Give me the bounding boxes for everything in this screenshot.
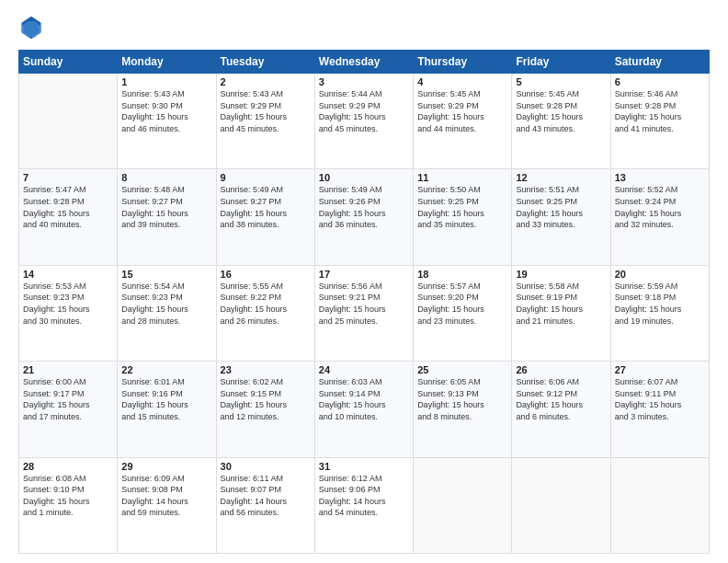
day-number: 23 bbox=[221, 364, 311, 375]
calendar-cell: 17Sunrise: 5:56 AM Sunset: 9:21 PM Dayli… bbox=[314, 265, 413, 361]
day-number: 1 bbox=[121, 76, 211, 87]
calendar-cell bbox=[610, 457, 709, 553]
weekday-header-wednesday: Wednesday bbox=[314, 51, 413, 74]
day-number: 12 bbox=[516, 172, 606, 183]
calendar-week-row: 7Sunrise: 5:47 AM Sunset: 9:28 PM Daylig… bbox=[19, 169, 710, 265]
weekday-header-tuesday: Tuesday bbox=[216, 51, 314, 74]
day-number: 7 bbox=[23, 172, 113, 183]
cell-info: Sunrise: 5:43 AM Sunset: 9:29 PM Dayligh… bbox=[221, 88, 311, 134]
calendar-cell: 26Sunrise: 6:06 AM Sunset: 9:12 PM Dayli… bbox=[512, 362, 610, 457]
day-number: 24 bbox=[319, 364, 409, 375]
calendar-table: SundayMondayTuesdayWednesdayThursdayFrid… bbox=[18, 50, 710, 554]
calendar-cell: 22Sunrise: 6:01 AM Sunset: 9:16 PM Dayli… bbox=[118, 362, 216, 457]
cell-info: Sunrise: 5:48 AM Sunset: 9:27 PM Dayligh… bbox=[121, 184, 211, 230]
cell-info: Sunrise: 5:53 AM Sunset: 9:23 PM Dayligh… bbox=[23, 281, 113, 327]
calendar-cell: 28Sunrise: 6:08 AM Sunset: 9:10 PM Dayli… bbox=[19, 457, 118, 553]
cell-info: Sunrise: 5:45 AM Sunset: 9:29 PM Dayligh… bbox=[417, 88, 507, 134]
day-number: 8 bbox=[121, 172, 211, 183]
calendar-cell: 7Sunrise: 5:47 AM Sunset: 9:28 PM Daylig… bbox=[19, 169, 118, 265]
calendar-cell: 31Sunrise: 6:12 AM Sunset: 9:06 PM Dayli… bbox=[314, 457, 413, 553]
calendar-cell: 19Sunrise: 5:58 AM Sunset: 9:19 PM Dayli… bbox=[512, 265, 610, 361]
calendar-cell: 27Sunrise: 6:07 AM Sunset: 9:11 PM Dayli… bbox=[610, 362, 709, 457]
calendar-cell: 20Sunrise: 5:59 AM Sunset: 9:18 PM Dayli… bbox=[610, 265, 709, 361]
calendar-cell: 16Sunrise: 5:55 AM Sunset: 9:22 PM Dayli… bbox=[216, 265, 314, 361]
calendar-cell: 3Sunrise: 5:44 AM Sunset: 9:29 PM Daylig… bbox=[314, 74, 413, 169]
cell-info: Sunrise: 6:02 AM Sunset: 9:15 PM Dayligh… bbox=[221, 376, 311, 422]
cell-info: Sunrise: 5:57 AM Sunset: 9:20 PM Dayligh… bbox=[417, 281, 507, 327]
calendar-week-row: 21Sunrise: 6:00 AM Sunset: 9:17 PM Dayli… bbox=[19, 362, 710, 457]
cell-info: Sunrise: 5:59 AM Sunset: 9:18 PM Dayligh… bbox=[615, 281, 705, 327]
day-number: 31 bbox=[319, 461, 409, 472]
cell-info: Sunrise: 6:12 AM Sunset: 9:06 PM Dayligh… bbox=[319, 473, 409, 519]
calendar-cell: 23Sunrise: 6:02 AM Sunset: 9:15 PM Dayli… bbox=[216, 362, 314, 457]
calendar-cell: 21Sunrise: 6:00 AM Sunset: 9:17 PM Dayli… bbox=[19, 362, 118, 457]
cell-info: Sunrise: 5:55 AM Sunset: 9:22 PM Dayligh… bbox=[221, 281, 311, 327]
cell-info: Sunrise: 6:06 AM Sunset: 9:12 PM Dayligh… bbox=[516, 376, 606, 422]
day-number: 4 bbox=[417, 76, 507, 87]
day-number: 14 bbox=[23, 269, 113, 280]
cell-info: Sunrise: 5:44 AM Sunset: 9:29 PM Dayligh… bbox=[319, 88, 409, 134]
calendar-cell: 1Sunrise: 5:43 AM Sunset: 9:30 PM Daylig… bbox=[118, 74, 216, 169]
day-number: 6 bbox=[615, 76, 705, 87]
cell-info: Sunrise: 6:01 AM Sunset: 9:16 PM Dayligh… bbox=[121, 376, 211, 422]
calendar-cell bbox=[512, 457, 610, 553]
day-number: 22 bbox=[121, 364, 211, 375]
day-number: 26 bbox=[516, 364, 606, 375]
header bbox=[18, 15, 710, 40]
logo bbox=[18, 15, 48, 40]
calendar-cell: 5Sunrise: 5:45 AM Sunset: 9:28 PM Daylig… bbox=[512, 74, 610, 169]
cell-info: Sunrise: 5:54 AM Sunset: 9:23 PM Dayligh… bbox=[121, 281, 211, 327]
page: SundayMondayTuesdayWednesdayThursdayFrid… bbox=[0, 0, 728, 563]
cell-info: Sunrise: 6:08 AM Sunset: 9:10 PM Dayligh… bbox=[23, 473, 113, 519]
calendar-cell: 10Sunrise: 5:49 AM Sunset: 9:26 PM Dayli… bbox=[314, 169, 413, 265]
day-number: 11 bbox=[417, 172, 507, 183]
cell-info: Sunrise: 5:49 AM Sunset: 9:26 PM Dayligh… bbox=[319, 184, 409, 230]
cell-info: Sunrise: 6:11 AM Sunset: 9:07 PM Dayligh… bbox=[221, 473, 311, 519]
day-number: 19 bbox=[516, 269, 606, 280]
cell-info: Sunrise: 5:47 AM Sunset: 9:28 PM Dayligh… bbox=[23, 184, 113, 230]
day-number: 16 bbox=[221, 269, 311, 280]
day-number: 20 bbox=[615, 269, 705, 280]
day-number: 9 bbox=[221, 172, 311, 183]
cell-info: Sunrise: 5:51 AM Sunset: 9:25 PM Dayligh… bbox=[516, 184, 606, 230]
calendar-cell: 18Sunrise: 5:57 AM Sunset: 9:20 PM Dayli… bbox=[414, 265, 512, 361]
calendar-cell: 15Sunrise: 5:54 AM Sunset: 9:23 PM Dayli… bbox=[118, 265, 216, 361]
day-number: 3 bbox=[319, 76, 409, 87]
day-number: 2 bbox=[221, 76, 311, 87]
cell-info: Sunrise: 5:49 AM Sunset: 9:27 PM Dayligh… bbox=[221, 184, 311, 230]
calendar-cell: 13Sunrise: 5:52 AM Sunset: 9:24 PM Dayli… bbox=[610, 169, 709, 265]
calendar-cell bbox=[19, 74, 118, 169]
day-number: 30 bbox=[221, 461, 311, 472]
cell-info: Sunrise: 5:56 AM Sunset: 9:21 PM Dayligh… bbox=[319, 281, 409, 327]
day-number: 18 bbox=[417, 269, 507, 280]
cell-info: Sunrise: 6:09 AM Sunset: 9:08 PM Dayligh… bbox=[121, 473, 211, 519]
day-number: 15 bbox=[121, 269, 211, 280]
calendar-cell: 14Sunrise: 5:53 AM Sunset: 9:23 PM Dayli… bbox=[19, 265, 118, 361]
day-number: 13 bbox=[615, 172, 705, 183]
calendar-week-row: 1Sunrise: 5:43 AM Sunset: 9:30 PM Daylig… bbox=[19, 74, 710, 169]
weekday-header-row: SundayMondayTuesdayWednesdayThursdayFrid… bbox=[19, 51, 710, 74]
day-number: 10 bbox=[319, 172, 409, 183]
calendar-cell: 24Sunrise: 6:03 AM Sunset: 9:14 PM Dayli… bbox=[314, 362, 413, 457]
cell-info: Sunrise: 5:43 AM Sunset: 9:30 PM Dayligh… bbox=[121, 88, 211, 134]
cell-info: Sunrise: 5:52 AM Sunset: 9:24 PM Dayligh… bbox=[615, 184, 705, 230]
weekday-header-friday: Friday bbox=[512, 51, 610, 74]
cell-info: Sunrise: 6:00 AM Sunset: 9:17 PM Dayligh… bbox=[23, 376, 113, 422]
calendar-cell: 25Sunrise: 6:05 AM Sunset: 9:13 PM Dayli… bbox=[414, 362, 512, 457]
day-number: 21 bbox=[23, 364, 113, 375]
day-number: 17 bbox=[319, 269, 409, 280]
cell-info: Sunrise: 5:45 AM Sunset: 9:28 PM Dayligh… bbox=[516, 88, 606, 134]
logo-icon bbox=[18, 15, 44, 40]
calendar-cell: 12Sunrise: 5:51 AM Sunset: 9:25 PM Dayli… bbox=[512, 169, 610, 265]
calendar-cell: 29Sunrise: 6:09 AM Sunset: 9:08 PM Dayli… bbox=[118, 457, 216, 553]
calendar-cell: 4Sunrise: 5:45 AM Sunset: 9:29 PM Daylig… bbox=[414, 74, 512, 169]
cell-info: Sunrise: 5:58 AM Sunset: 9:19 PM Dayligh… bbox=[516, 281, 606, 327]
cell-info: Sunrise: 5:46 AM Sunset: 9:28 PM Dayligh… bbox=[615, 88, 705, 134]
calendar-week-row: 28Sunrise: 6:08 AM Sunset: 9:10 PM Dayli… bbox=[19, 457, 710, 553]
calendar-cell: 8Sunrise: 5:48 AM Sunset: 9:27 PM Daylig… bbox=[118, 169, 216, 265]
day-number: 29 bbox=[121, 461, 211, 472]
calendar-cell: 11Sunrise: 5:50 AM Sunset: 9:25 PM Dayli… bbox=[414, 169, 512, 265]
day-number: 5 bbox=[516, 76, 606, 87]
weekday-header-monday: Monday bbox=[118, 51, 216, 74]
weekday-header-thursday: Thursday bbox=[414, 51, 512, 74]
